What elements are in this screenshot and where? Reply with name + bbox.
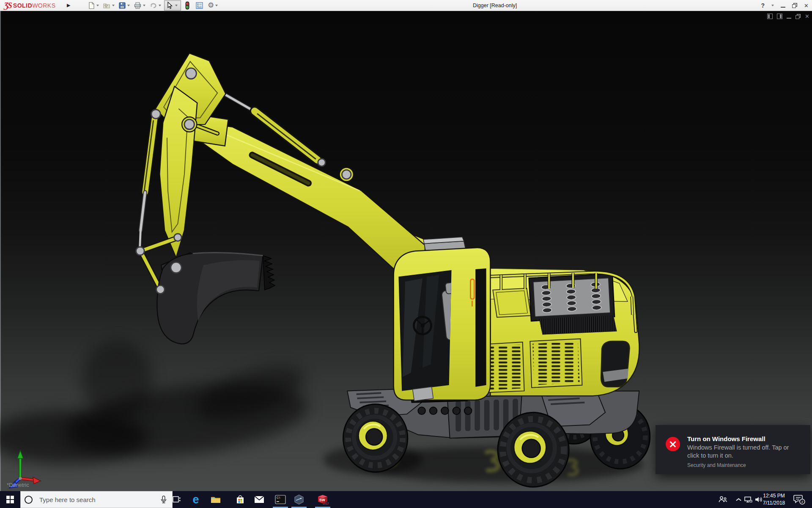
command-prompt-icon: C:\: [275, 495, 286, 504]
3d-viewer-icon: [294, 494, 304, 505]
taskbar-clock[interactable]: 12:45 PM 7/11/2018: [760, 492, 787, 507]
select-dropdown-caret[interactable]: [175, 5, 178, 6]
save-button[interactable]: [118, 0, 133, 11]
restore-button[interactable]: [792, 4, 796, 8]
model-digger[interactable]: [0, 11, 812, 491]
bucket-teeth: [263, 256, 275, 290]
document-title: Digger [Read-only]: [473, 3, 517, 8]
help-button[interactable]: ?: [761, 2, 765, 9]
y-axis-arrow: [17, 450, 23, 458]
tray-date: 7/11/2018: [760, 500, 787, 507]
solidworks-app-icon: SW 2017: [316, 494, 329, 505]
toast-title: Turn on Windows Firewall: [687, 435, 802, 443]
toast-message: Windows Firewall is turned off. Tap or c…: [687, 444, 802, 460]
solidworks-title-bar: ƷS SOLIDWORKS ▶: [0, 0, 812, 11]
select-cursor-icon: [165, 1, 174, 10]
tray-overflow-button[interactable]: [733, 491, 743, 508]
open-button[interactable]: [102, 0, 118, 11]
search-input[interactable]: [38, 496, 155, 504]
app-window-controls: ? ✕: [761, 0, 809, 11]
windows-logo-icon: [6, 496, 14, 503]
action-center-button[interactable]: 2: [792, 491, 807, 508]
cab: [394, 237, 491, 401]
open-dropdown-caret[interactable]: [112, 5, 115, 6]
svg-text:C:\: C:\: [277, 496, 280, 499]
task-view-button[interactable]: [167, 491, 186, 508]
people-button[interactable]: [716, 491, 729, 508]
file-explorer-button[interactable]: [206, 491, 225, 508]
quick-access-toolbar: ⚙: [87, 0, 221, 11]
mail-icon: [254, 496, 264, 503]
close-button[interactable]: ✕: [804, 3, 809, 9]
firewall-notification-toast[interactable]: Turn on Windows Firewall Windows Firewal…: [656, 425, 810, 474]
edge-icon: e: [192, 494, 199, 505]
properties-list-icon: [195, 2, 203, 9]
toast-source: Security and Maintenance: [687, 462, 802, 468]
notification-badge: 2: [801, 500, 804, 504]
gear-icon: ⚙: [208, 2, 214, 9]
traffic-light-icon: [184, 1, 190, 10]
bucket-assembly: [136, 234, 275, 344]
solidworks-logo-glyph: ƷS: [4, 1, 11, 10]
cortana-icon[interactable]: [25, 496, 33, 504]
file-explorer-icon: [211, 495, 221, 504]
minimize-button[interactable]: [781, 7, 785, 8]
desktop: ƷS SOLIDWORKS ▶: [0, 0, 812, 508]
new-document-icon: [88, 2, 95, 9]
command-prompt-button[interactable]: C:\: [271, 491, 290, 508]
undo-icon: [149, 2, 157, 9]
properties-button[interactable]: [195, 0, 204, 11]
tray-time: 12:45 PM: [760, 492, 787, 500]
3d-viewer-button[interactable]: [290, 491, 308, 508]
solidworks-logo: ƷS SOLIDWORKS: [4, 1, 56, 10]
document-minimize-icon[interactable]: [787, 18, 791, 19]
undo-dropdown-caret[interactable]: [159, 5, 161, 6]
network-button[interactable]: [743, 491, 754, 508]
options-button[interactable]: ⚙: [207, 0, 221, 11]
save-dropdown-caret[interactable]: [127, 5, 130, 6]
people-icon: [718, 496, 727, 503]
pane-right-icon[interactable]: [777, 14, 782, 19]
taskbar-search[interactable]: [20, 491, 173, 508]
menu-expand-arrow[interactable]: ▶: [67, 3, 70, 8]
action-center-icon: 2: [793, 494, 805, 505]
svg-text:2017: 2017: [323, 502, 329, 505]
rebuild-button[interactable]: [184, 0, 191, 11]
select-tool-button[interactable]: [164, 0, 181, 11]
x-axis-arrow: [33, 477, 41, 484]
print-dropdown-caret[interactable]: [143, 5, 145, 6]
undo-button[interactable]: [148, 0, 164, 11]
document-close-icon[interactable]: ✕: [805, 14, 809, 19]
solidworks-logo-light: WORKS: [32, 2, 55, 9]
options-dropdown-caret[interactable]: [215, 5, 218, 6]
print-button[interactable]: [133, 0, 148, 11]
store-icon: [236, 495, 245, 504]
network-icon: [744, 496, 752, 503]
print-icon: [134, 2, 142, 9]
document-window-controls: ✕: [767, 14, 809, 19]
pane-left-icon[interactable]: [767, 14, 773, 19]
solidworks-taskbar-button[interactable]: SW 2017: [313, 491, 332, 508]
taskbar: e C:\: [0, 491, 812, 508]
new-document-button[interactable]: [87, 0, 102, 11]
store-button[interactable]: [231, 491, 250, 508]
open-folder-icon: [103, 2, 111, 9]
task-view-icon: [172, 495, 181, 504]
graphics-viewport[interactable]: ✕ *Dimetric: [0, 11, 812, 491]
toast-text: Turn on Windows Firewall Windows Firewal…: [687, 435, 802, 474]
chevron-up-icon: [736, 497, 741, 502]
error-x-icon: [666, 437, 680, 451]
mail-button[interactable]: [250, 491, 269, 508]
svg-text:SW: SW: [319, 498, 326, 502]
start-button[interactable]: [0, 491, 20, 508]
save-icon: [118, 2, 126, 9]
new-dropdown-caret[interactable]: [96, 5, 99, 6]
help-dropdown-caret[interactable]: [771, 5, 774, 6]
document-restore-icon[interactable]: [796, 15, 799, 19]
view-orientation-label: *Dimetric: [7, 482, 29, 488]
solidworks-logo-bold: SOLID: [13, 2, 32, 9]
boom-assembly: [140, 53, 468, 274]
microphone-icon[interactable]: [160, 495, 167, 504]
edge-button[interactable]: e: [187, 491, 205, 508]
